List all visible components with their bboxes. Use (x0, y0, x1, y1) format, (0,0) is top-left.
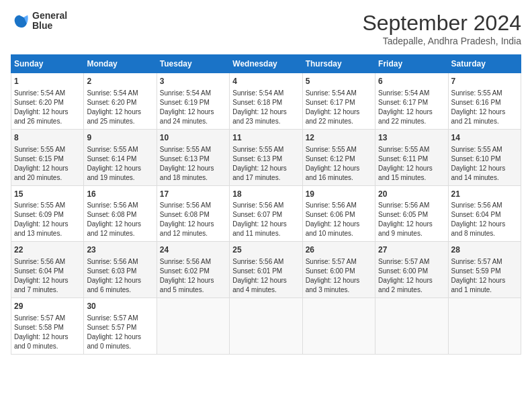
logo-icon (11, 11, 30, 30)
logo-text: General Blue (32, 11, 67, 32)
sunrise-text: Sunrise: 5:55 AM (232, 146, 283, 153)
sunrise-text: Sunrise: 5:55 AM (451, 89, 502, 97)
daylight-text: Daylight: 12 hours and 22 minutes. (306, 108, 360, 125)
location-subtitle: Tadepalle, Andhra Pradesh, India (362, 36, 521, 46)
day-number: 29 (14, 301, 81, 312)
sunrise-text: Sunrise: 5:57 AM (87, 314, 138, 322)
daylight-text: Daylight: 12 hours and 10 minutes. (306, 220, 360, 237)
day-number: 20 (378, 189, 445, 200)
daylight-text: Daylight: 12 hours and 5 minutes. (160, 277, 214, 293)
calendar-week-row: 1 Sunrise: 5:54 AM Sunset: 6:20 PM Dayli… (11, 73, 521, 130)
sunrise-text: Sunrise: 5:57 AM (451, 258, 502, 265)
table-row: 17 Sunrise: 5:56 AM Sunset: 6:08 PM Dayl… (157, 185, 229, 242)
sunrise-text: Sunrise: 5:57 AM (14, 314, 65, 322)
daylight-text: Daylight: 12 hours and 26 minutes. (14, 108, 69, 125)
sunset-text: Sunset: 6:13 PM (160, 155, 210, 163)
table-row: 26 Sunrise: 5:57 AM Sunset: 6:00 PM Dayl… (302, 242, 375, 298)
daylight-text: Daylight: 12 hours and 7 minutes. (14, 277, 69, 293)
sunrise-text: Sunrise: 5:56 AM (451, 201, 502, 209)
sunrise-text: Sunrise: 5:55 AM (14, 201, 65, 209)
day-number: 12 (306, 132, 372, 144)
sunset-text: Sunset: 5:59 PM (451, 267, 501, 275)
sunrise-text: Sunrise: 5:54 AM (232, 89, 283, 97)
table-row (157, 298, 229, 355)
sunrise-text: Sunrise: 5:57 AM (306, 258, 357, 265)
sunset-text: Sunset: 6:00 PM (378, 267, 428, 275)
sunrise-text: Sunrise: 5:55 AM (306, 146, 357, 153)
table-row: 27 Sunrise: 5:57 AM Sunset: 6:00 PM Dayl… (375, 242, 448, 298)
day-number: 23 (87, 244, 153, 256)
day-number: 27 (378, 244, 445, 256)
table-row: 15 Sunrise: 5:55 AM Sunset: 6:09 PM Dayl… (11, 185, 84, 242)
day-number: 3 (160, 76, 226, 87)
sunrise-text: Sunrise: 5:54 AM (14, 89, 65, 97)
day-number: 25 (232, 244, 299, 256)
table-row: 28 Sunrise: 5:57 AM Sunset: 5:59 PM Dayl… (448, 242, 521, 298)
daylight-text: Daylight: 12 hours and 13 minutes. (14, 220, 69, 237)
sunrise-text: Sunrise: 5:56 AM (14, 258, 65, 265)
table-row (448, 298, 521, 355)
sunset-text: Sunset: 6:08 PM (87, 211, 136, 218)
table-row: 7 Sunrise: 5:55 AM Sunset: 6:16 PM Dayli… (448, 73, 521, 130)
sunrise-text: Sunrise: 5:54 AM (378, 89, 429, 97)
table-row: 4 Sunrise: 5:54 AM Sunset: 6:18 PM Dayli… (230, 73, 302, 130)
table-row: 1 Sunrise: 5:54 AM Sunset: 6:20 PM Dayli… (11, 73, 84, 130)
sunset-text: Sunset: 6:20 PM (87, 99, 136, 106)
header-friday: Friday (375, 55, 448, 73)
day-number: 2 (87, 76, 153, 87)
sunrise-text: Sunrise: 5:54 AM (306, 89, 357, 97)
daylight-text: Daylight: 12 hours and 9 minutes. (378, 220, 433, 237)
sunset-text: Sunset: 6:08 PM (160, 211, 210, 218)
table-row (302, 298, 375, 355)
header-sunday: Sunday (11, 55, 84, 73)
table-row: 22 Sunrise: 5:56 AM Sunset: 6:04 PM Dayl… (11, 242, 84, 298)
calendar-week-row: 15 Sunrise: 5:55 AM Sunset: 6:09 PM Dayl… (11, 185, 521, 242)
sunset-text: Sunset: 6:13 PM (232, 155, 282, 163)
sunset-text: Sunset: 6:04 PM (451, 211, 501, 218)
daylight-text: Daylight: 12 hours and 1 minute. (451, 277, 506, 293)
table-row: 25 Sunrise: 5:56 AM Sunset: 6:01 PM Dayl… (230, 242, 302, 298)
sunrise-text: Sunrise: 5:56 AM (232, 201, 283, 209)
sunset-text: Sunset: 5:57 PM (87, 324, 136, 331)
day-number: 6 (378, 76, 445, 87)
table-row: 12 Sunrise: 5:55 AM Sunset: 6:12 PM Dayl… (302, 129, 375, 185)
sunset-text: Sunset: 5:58 PM (14, 324, 64, 331)
day-number: 9 (87, 132, 153, 144)
sunset-text: Sunset: 6:01 PM (232, 267, 282, 275)
day-number: 24 (160, 244, 226, 256)
sunset-text: Sunset: 6:09 PM (14, 211, 64, 218)
day-number: 15 (14, 189, 81, 200)
daylight-text: Daylight: 12 hours and 4 minutes. (232, 277, 287, 293)
daylight-text: Daylight: 12 hours and 0 minutes. (87, 333, 141, 350)
daylight-text: Daylight: 12 hours and 3 minutes. (306, 277, 360, 293)
page-header: General Blue September 2024 Tadepalle, A… (11, 11, 521, 46)
calendar-week-row: 29 Sunrise: 5:57 AM Sunset: 5:58 PM Dayl… (11, 298, 521, 355)
sunset-text: Sunset: 6:07 PM (232, 211, 282, 218)
day-number: 7 (451, 76, 518, 87)
table-row: 10 Sunrise: 5:55 AM Sunset: 6:13 PM Dayl… (157, 129, 229, 185)
sunrise-text: Sunrise: 5:57 AM (378, 258, 429, 265)
day-number: 30 (87, 301, 153, 312)
header-monday: Monday (84, 55, 157, 73)
sunset-text: Sunset: 6:11 PM (378, 155, 428, 163)
day-number: 8 (14, 132, 81, 144)
table-row (230, 298, 302, 355)
table-row: 20 Sunrise: 5:56 AM Sunset: 6:05 PM Dayl… (375, 185, 448, 242)
table-row: 14 Sunrise: 5:55 AM Sunset: 6:10 PM Dayl… (448, 129, 521, 185)
day-number: 18 (232, 189, 299, 200)
day-number: 10 (160, 132, 226, 144)
table-row: 19 Sunrise: 5:56 AM Sunset: 6:06 PM Dayl… (302, 185, 375, 242)
day-number: 28 (451, 244, 518, 256)
sunrise-text: Sunrise: 5:55 AM (378, 146, 429, 153)
daylight-text: Daylight: 12 hours and 15 minutes. (378, 165, 433, 181)
sunset-text: Sunset: 6:18 PM (232, 99, 282, 106)
table-row: 24 Sunrise: 5:56 AM Sunset: 6:02 PM Dayl… (157, 242, 229, 298)
daylight-text: Daylight: 12 hours and 24 minutes. (160, 108, 214, 125)
sunrise-text: Sunrise: 5:56 AM (160, 201, 211, 209)
day-number: 17 (160, 189, 226, 200)
header-wednesday: Wednesday (230, 55, 302, 73)
sunset-text: Sunset: 6:17 PM (378, 99, 428, 106)
sunset-text: Sunset: 6:16 PM (451, 99, 501, 106)
sunset-text: Sunset: 6:04 PM (14, 267, 64, 275)
sunrise-text: Sunrise: 5:55 AM (14, 146, 65, 153)
